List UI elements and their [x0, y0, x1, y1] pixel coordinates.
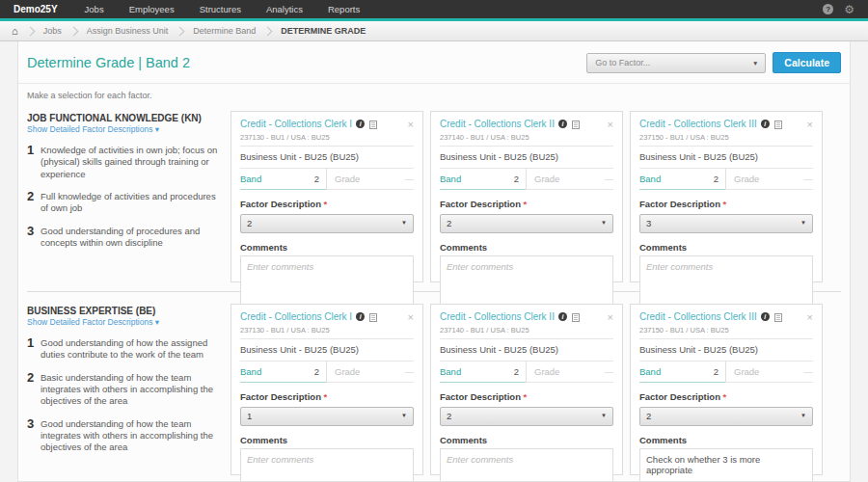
required-asterisk: *: [723, 199, 727, 209]
show-detailed-descriptions-link[interactable]: Show Detailed Factor Descriptions ▾: [27, 124, 220, 134]
job-title-link[interactable]: Credit - Collections Clerk III: [639, 119, 757, 129]
show-detailed-descriptions-link[interactable]: Show Detailed Factor Descriptions ▾: [27, 317, 220, 327]
close-icon[interactable]: ×: [608, 312, 613, 322]
factor-description-text: Factor Description: [240, 199, 321, 209]
section-heading: BUSINESS EXPERTISE (BE): [27, 306, 220, 316]
gear-icon[interactable]: ⚙: [844, 4, 854, 15]
page-header: Determine Grade | Band 2 Go to Factor...…: [18, 41, 850, 73]
top-navbar: Demo25Y Jobs Employees Structures Analyt…: [0, 0, 868, 18]
copy-icon[interactable]: [572, 120, 580, 129]
business-unit: Business Unit - BU25 (BU25): [240, 147, 414, 169]
level-number: 2: [27, 191, 41, 215]
copy-icon[interactable]: [774, 120, 782, 129]
comments-textarea[interactable]: [440, 255, 613, 307]
home-icon[interactable]: ⌂: [12, 26, 18, 36]
factor-description-select[interactable]: 2: [440, 407, 613, 426]
business-unit: Business Unit - BU25 (BU25): [639, 339, 813, 362]
job-title-link[interactable]: Credit - Collections Clerk III: [639, 311, 757, 322]
nav-item-jobs[interactable]: Jobs: [72, 0, 117, 18]
factor-select-wrap: 2: [240, 213, 414, 233]
nav-item-employees[interactable]: Employees: [117, 0, 187, 18]
comments-textarea[interactable]: [240, 255, 414, 307]
comments-label: Comments: [639, 435, 813, 445]
info-icon[interactable]: i: [356, 120, 365, 128]
breadcrumb-assign-business-unit[interactable]: Assign Business Unit: [87, 26, 169, 36]
grade-cell: Grade —: [526, 169, 613, 190]
grade-value: —: [405, 366, 415, 377]
info-icon[interactable]: i: [558, 312, 567, 321]
card-title-row: Credit - Collections Clerk I i ×: [240, 119, 414, 129]
factor-description-text: Factor Description: [440, 199, 521, 209]
close-icon[interactable]: ×: [807, 312, 813, 322]
close-icon[interactable]: ×: [408, 312, 414, 322]
copy-icon[interactable]: [369, 120, 377, 129]
job-title-link[interactable]: Credit - Collections Clerk II: [440, 119, 555, 129]
breadcrumb-determine-band[interactable]: Determine Band: [193, 26, 256, 36]
breadcrumb: ⌂ Jobs Assign Business Unit Determine Ba…: [0, 21, 868, 41]
required-asterisk: *: [524, 391, 528, 402]
factor-description-select[interactable]: 1: [240, 407, 414, 426]
header-controls: Go to Factor... Calculate: [586, 52, 841, 73]
required-asterisk: *: [324, 199, 328, 209]
factor-section-be: BUSINESS EXPERTISE (BE) Show Detailed Fa…: [18, 295, 850, 481]
comments-textarea[interactable]: Check on whether 3 is more appropriate: [639, 448, 813, 482]
nav-item-analytics[interactable]: Analytics: [254, 0, 315, 18]
factor-section-kn: JOB FUNCTIONAL KNOWLEDGE (KN) Show Detai…: [18, 102, 850, 288]
required-asterisk: *: [324, 391, 328, 402]
chevron-right-icon: [263, 26, 273, 36]
info-icon[interactable]: i: [761, 312, 770, 321]
factor-description-select[interactable]: 2: [240, 214, 414, 233]
app-brand[interactable]: Demo25Y: [0, 0, 72, 18]
help-icon[interactable]: ?: [823, 4, 833, 14]
level-text: Good understanding of how the team integ…: [41, 418, 220, 454]
band-grade-row: Band 2 Grade —: [240, 169, 414, 190]
comments-textarea[interactable]: [440, 448, 613, 482]
band-cell: Band 2: [639, 169, 725, 190]
job-title-link[interactable]: Credit - Collections Clerk II: [440, 311, 555, 322]
factor-description-select[interactable]: 2: [440, 214, 613, 233]
copy-icon[interactable]: [774, 313, 782, 322]
grade-label: Grade: [734, 174, 759, 184]
close-icon[interactable]: ×: [807, 120, 813, 129]
comments-textarea[interactable]: [639, 255, 813, 307]
factor-level: 3 Good understanding of procedures and c…: [27, 226, 220, 250]
copy-icon[interactable]: [572, 313, 580, 322]
band-cell: Band 2: [440, 169, 526, 190]
job-title-link[interactable]: Credit - Collections Clerk I: [240, 119, 352, 129]
level-number: 2: [27, 372, 41, 408]
level-text: Basic understanding of how the team inte…: [41, 372, 220, 408]
job-code: 237130 - BU1 / USA : BU25: [240, 326, 414, 339]
info-icon[interactable]: i: [558, 120, 567, 128]
comments-textarea[interactable]: [240, 448, 414, 482]
close-icon[interactable]: ×: [408, 120, 414, 129]
business-unit: Business Unit - BU25 (BU25): [440, 147, 613, 169]
factor-description-select[interactable]: 2: [639, 407, 813, 426]
level-number: 1: [27, 145, 41, 180]
grade-label: Grade: [534, 174, 559, 184]
band-label: Band: [440, 366, 461, 377]
factor-description-select[interactable]: 3: [639, 214, 813, 233]
nav-item-reports[interactable]: Reports: [315, 0, 372, 18]
card-title-row: Credit - Collections Clerk II i ×: [440, 119, 613, 129]
band-value: 2: [314, 366, 319, 377]
breadcrumb-jobs[interactable]: Jobs: [43, 26, 62, 36]
close-icon[interactable]: ×: [608, 120, 613, 129]
calculate-button[interactable]: Calculate: [773, 52, 841, 73]
factor-description-label: Factor Description *: [440, 391, 613, 402]
info-icon[interactable]: i: [761, 120, 770, 128]
band-cell: Band 2: [639, 362, 725, 383]
band-grade-row: Band 2 Grade —: [240, 362, 414, 383]
factor-select-wrap: 2: [639, 406, 813, 426]
level-number: 3: [27, 226, 41, 250]
job-code: 237140 - BU1 / USA : BU25: [440, 133, 613, 147]
copy-icon[interactable]: [369, 313, 377, 322]
go-to-factor-select[interactable]: Go to Factor...: [586, 53, 766, 73]
job-title-link[interactable]: Credit - Collections Clerk I: [240, 311, 352, 322]
grade-cell: Grade —: [725, 362, 813, 383]
nav-item-structures[interactable]: Structures: [187, 0, 254, 18]
info-icon[interactable]: i: [356, 312, 365, 321]
band-value: 2: [314, 174, 319, 184]
card-title-row: Credit - Collections Clerk III i ×: [639, 311, 813, 322]
band-label: Band: [440, 174, 461, 184]
comments-label: Comments: [440, 435, 613, 445]
